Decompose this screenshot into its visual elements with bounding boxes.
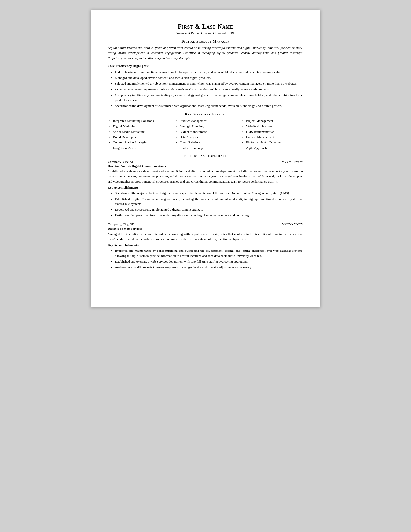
job-company-2: Company, City, ST (108, 222, 134, 226)
core-proficiency-list: Led professional cross-functional teams … (115, 70, 303, 109)
list-item: Long-term Vision (113, 145, 170, 151)
job-title-1: Director: Web & Digital Communications (108, 164, 303, 168)
list-item: Integrated Marketing Solutions (113, 118, 170, 124)
list-item: Improved site maintenance by conceptuali… (115, 248, 303, 258)
strengths-col-2: Product Management Strategic Planning Bu… (174, 118, 237, 151)
accomplishments-list-1: Spearheaded the major website redesign w… (115, 191, 303, 218)
list-item: Competency in efficiently communicating … (115, 93, 303, 103)
job-description-2: Managed the institution-wide website red… (108, 232, 303, 242)
header-name: First & Last Name (108, 23, 303, 30)
list-item: Content Management (246, 134, 303, 140)
job-header-1: Company, City, ST YYYY - Present (108, 160, 303, 164)
core-proficiency-heading: Core Proficiency Highlights: (108, 64, 303, 68)
strengths-col-1: Integrated Marketing Solutions Digital M… (108, 118, 170, 151)
list-item: Spearheaded the development of customize… (115, 104, 303, 109)
strengths-list-3: Project Management Website Architecture … (246, 118, 303, 151)
list-item: Client Relations (179, 140, 237, 145)
key-strengths-divider (108, 111, 303, 111)
list-item: Digital Marketing (113, 124, 170, 129)
company-name-2: Company (108, 222, 121, 226)
job-description-1: Established a web service department and… (108, 169, 303, 184)
strengths-list-2: Product Management Strategic Planning Bu… (179, 118, 237, 151)
job-dates-2: YYYY - YYYY (282, 222, 303, 226)
resume-page: First & Last Name Address ● Phone ● Emai… (91, 10, 320, 307)
job-company-1: Company, City, ST (108, 160, 134, 164)
job-title-2: Director of Web Services (108, 227, 303, 231)
list-item: Strategic Planning (179, 124, 237, 129)
key-accomplishments-heading-1: Key Accomplishments: (108, 186, 303, 190)
divider-top (108, 37, 303, 37)
job-header-2: Company, City, ST YYYY - YYYY (108, 222, 303, 226)
resume-title: Digital Product Manager (108, 39, 303, 44)
job-block-1: Company, City, ST YYYY - Present Directo… (108, 160, 303, 218)
list-item: Participated in operational functions wi… (115, 213, 303, 218)
list-item: Established Digital Communication govern… (115, 197, 303, 207)
professional-experience-section: Professional Experience Company, City, S… (108, 153, 303, 270)
prof-exp-title: Professional Experience (108, 154, 303, 158)
list-item: Budget Management (179, 129, 237, 134)
header-contact: Address ● Phone ● Email ● LinkedIn URL (108, 31, 303, 35)
list-item: Project Management (246, 118, 303, 124)
list-item: Analyzed web traffic reports to assess r… (115, 265, 303, 270)
list-item: Social Media Marketing (113, 129, 170, 134)
company-name-1: Company (108, 160, 121, 163)
list-item: Product Roadmap (179, 145, 237, 151)
prof-exp-divider (108, 153, 303, 153)
list-item: Data Analysis (179, 134, 237, 140)
list-item: Agile Approach (246, 145, 303, 151)
list-item: Led professional cross-functional teams … (115, 70, 303, 75)
divider-bottom (108, 38, 303, 38)
list-item: Spearheaded the major website redesign w… (115, 191, 303, 196)
key-accomplishments-heading-2: Key Accomplishments: (108, 243, 303, 247)
strengths-grid: Integrated Marketing Solutions Digital M… (108, 118, 303, 151)
list-item: Brand Development (113, 134, 170, 140)
strengths-col-3: Project Management Website Architecture … (241, 118, 303, 151)
list-item: Selected and implemented a web content m… (115, 81, 303, 86)
company-location-1: , City, ST (121, 160, 134, 163)
company-location-2: , City, ST (121, 222, 134, 226)
list-item: CMS Implementation (246, 129, 303, 134)
summary-text: Digital-native Professional with 20 year… (108, 46, 303, 61)
accomplishments-list-2: Improved site maintenance by conceptuali… (115, 248, 303, 270)
job-dates-1: YYYY - Present (282, 160, 303, 164)
job-block-2: Company, City, ST YYYY - YYYY Director o… (108, 222, 303, 270)
list-item: Managed and developed diverse content- a… (115, 76, 303, 81)
key-strengths-heading: Key Strengths Include: (108, 113, 303, 116)
list-item: Product Management (179, 118, 237, 124)
list-item: Established and oversaw a Web Services d… (115, 259, 303, 264)
strengths-list-1: Integrated Marketing Solutions Digital M… (113, 118, 170, 151)
list-item: Experience in leveraging metrics tools a… (115, 87, 303, 92)
list-item: Photographic Art Direction (246, 140, 303, 145)
list-item: Website Architecture (246, 124, 303, 129)
list-item: Developed and successfully implemented a… (115, 207, 303, 212)
list-item: Communication Strategies (113, 140, 170, 145)
